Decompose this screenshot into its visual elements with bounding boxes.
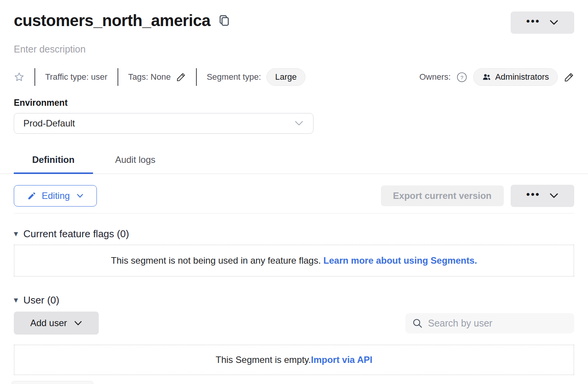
user-controls-row: Add user bbox=[14, 312, 574, 335]
more-options-icon: ••• bbox=[526, 16, 540, 26]
editing-mode-button[interactable]: Editing bbox=[14, 185, 97, 207]
toolbar-more-options-button[interactable]: ••• bbox=[511, 185, 574, 207]
traffic-type-label: Traffic type: user bbox=[45, 72, 108, 82]
environment-selected-value: Prod-Default bbox=[23, 118, 75, 129]
segment-type-label: Segment type: bbox=[207, 72, 261, 82]
svg-text:?: ? bbox=[461, 74, 463, 80]
chevron-down-icon bbox=[294, 120, 304, 127]
tab-definition[interactable]: Definition bbox=[14, 149, 93, 174]
more-options-icon: ••• bbox=[526, 189, 540, 199]
user-section-title: User (0) bbox=[23, 294, 59, 306]
edit-owners-button[interactable] bbox=[564, 72, 574, 82]
copy-icon bbox=[218, 14, 230, 27]
segment-empty-text: This Segment is empty. bbox=[216, 354, 311, 365]
user-section-toggle[interactable]: ▾ User (0) bbox=[14, 294, 59, 306]
owners-label: Owners: bbox=[419, 72, 451, 82]
meta-row: Traffic type: user Tags: None Segment ty… bbox=[14, 68, 574, 86]
caret-down-icon: ▾ bbox=[14, 230, 18, 238]
tab-audit-logs[interactable]: Audit logs bbox=[97, 149, 174, 174]
search-by-user-input[interactable] bbox=[428, 318, 567, 329]
definition-toolbar: Editing Export current version ••• bbox=[14, 185, 574, 207]
pencil-filled-icon bbox=[27, 191, 36, 200]
edit-pencil-icon bbox=[176, 72, 186, 82]
environment-label: Environment bbox=[14, 98, 574, 108]
caret-down-icon: ▾ bbox=[14, 296, 18, 304]
chevron-down-icon bbox=[74, 320, 82, 326]
search-icon bbox=[412, 318, 423, 328]
favorite-star-button[interactable] bbox=[14, 72, 24, 82]
export-current-version-button[interactable]: Export current version bbox=[381, 185, 504, 206]
header-more-options-button[interactable]: ••• bbox=[511, 11, 574, 34]
user-search-box bbox=[405, 313, 574, 333]
people-icon bbox=[482, 73, 491, 81]
copy-name-button[interactable] bbox=[218, 14, 230, 27]
description-input[interactable]: Enter description bbox=[14, 44, 86, 55]
feature-flags-section-title: Current feature flags (0) bbox=[23, 228, 129, 240]
environment-select[interactable]: Prod-Default bbox=[14, 113, 314, 134]
star-icon bbox=[14, 72, 24, 82]
chevron-down-icon bbox=[549, 20, 559, 26]
chevron-down-icon bbox=[77, 194, 83, 199]
add-user-label: Add user bbox=[30, 318, 67, 328]
page-header: customers_north_america ••• bbox=[14, 0, 574, 34]
owners-value: Administrators bbox=[495, 72, 549, 82]
edit-tags-button[interactable] bbox=[176, 72, 186, 82]
import-via-api-link[interactable]: Import via API bbox=[311, 354, 372, 365]
segment-detail-page: customers_north_america ••• Enter descri… bbox=[0, 0, 588, 384]
owners-help-button[interactable]: ? bbox=[457, 72, 467, 82]
owners-badge: Administrators bbox=[473, 68, 558, 86]
page-title: customers_north_america bbox=[14, 11, 211, 30]
help-circle-icon: ? bbox=[457, 72, 467, 82]
chevron-down-icon bbox=[549, 193, 559, 199]
segment-type-badge: Large bbox=[266, 68, 305, 86]
cut-off-button-top bbox=[11, 381, 93, 384]
learn-more-segments-link[interactable]: Learn more about using Segments. bbox=[323, 255, 477, 266]
tab-bar: Definition Audit logs bbox=[0, 149, 588, 174]
divider bbox=[118, 68, 118, 86]
tags-label: Tags: None bbox=[128, 72, 171, 82]
add-user-button[interactable]: Add user bbox=[14, 312, 99, 335]
editing-label: Editing bbox=[42, 190, 70, 201]
divider bbox=[196, 68, 197, 86]
segment-empty-state: This Segment is empty.Import via API bbox=[14, 345, 574, 375]
section-divider bbox=[14, 213, 574, 213]
feature-flags-empty-state: This segment is not being used in any fe… bbox=[14, 245, 574, 277]
feature-flags-section-toggle[interactable]: ▾ Current feature flags (0) bbox=[14, 228, 129, 240]
feature-flags-empty-text: This segment is not being used in any fe… bbox=[111, 255, 323, 266]
edit-pencil-icon bbox=[564, 72, 574, 82]
divider bbox=[34, 68, 35, 86]
